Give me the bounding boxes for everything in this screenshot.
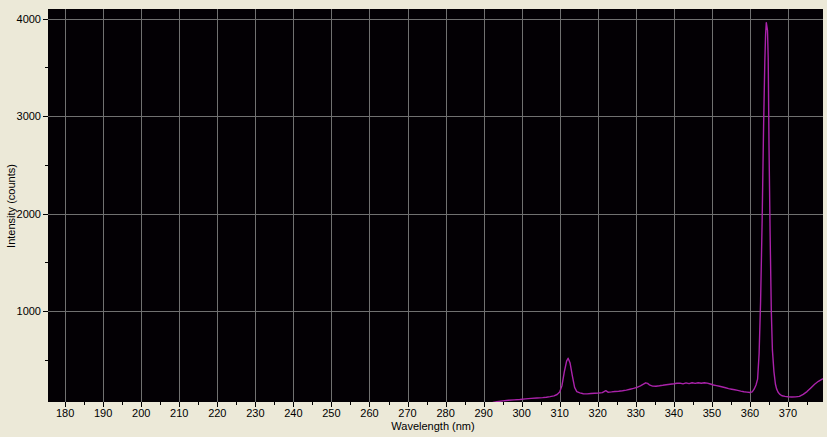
x-tick-label: 310 bbox=[551, 407, 569, 419]
x-tick-label: 290 bbox=[474, 407, 492, 419]
x-tick-label: 280 bbox=[436, 407, 454, 419]
x-tick-label: 230 bbox=[246, 407, 264, 419]
x-tick-label: 210 bbox=[170, 407, 188, 419]
x-tick-label: 340 bbox=[665, 407, 683, 419]
x-tick-label: 240 bbox=[284, 407, 302, 419]
x-tick-label: 180 bbox=[56, 407, 74, 419]
x-tick-label: 270 bbox=[398, 407, 416, 419]
y-tick-label: 4000 bbox=[17, 13, 41, 25]
y-tick-label: 1000 bbox=[17, 305, 41, 317]
x-tick-label: 350 bbox=[703, 407, 721, 419]
x-tick-label: 190 bbox=[94, 407, 112, 419]
x-tick-label: 250 bbox=[322, 407, 340, 419]
x-tick-label: 300 bbox=[512, 407, 530, 419]
x-tick-label: 360 bbox=[741, 407, 759, 419]
x-axis-title: Wavelength (nm) bbox=[391, 420, 474, 432]
x-tick-label: 320 bbox=[589, 407, 607, 419]
x-tick-label: 200 bbox=[132, 407, 150, 419]
spectrum-chart-panel: 1801902002102202302402502602702802903003… bbox=[0, 0, 827, 437]
x-tick-label: 370 bbox=[779, 407, 797, 419]
x-tick-label: 260 bbox=[360, 407, 378, 419]
y-axis-title: Intensity (counts) bbox=[5, 164, 17, 248]
x-tick-label: 330 bbox=[627, 407, 645, 419]
y-tick-label: 2000 bbox=[17, 208, 41, 220]
x-tick-label: 220 bbox=[208, 407, 226, 419]
spectrum-chart: 1801902002102202302402502602702802903003… bbox=[0, 0, 827, 437]
y-tick-label: 3000 bbox=[17, 110, 41, 122]
plot-area bbox=[48, 9, 823, 402]
